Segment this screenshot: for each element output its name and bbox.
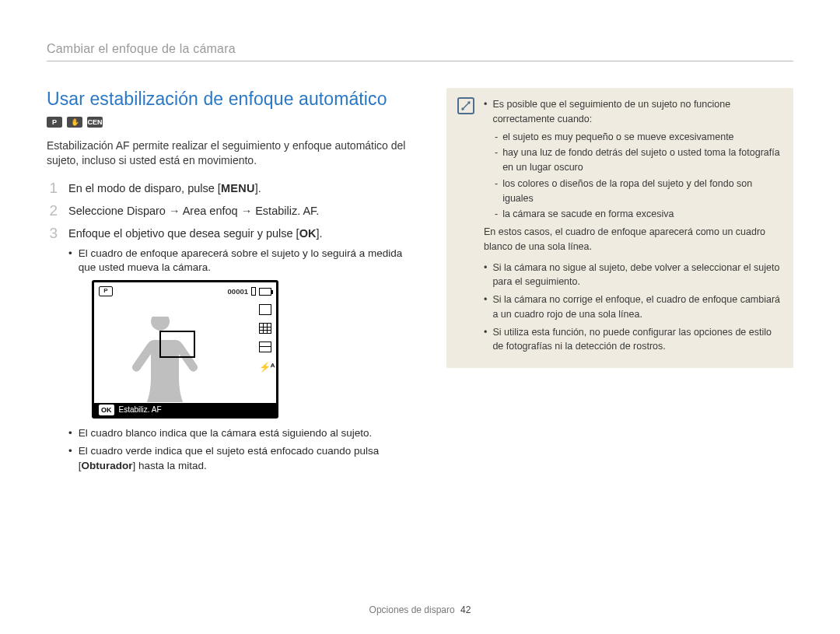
step-3-bullets: El cuadro de enfoque aparecerá sobre el … <box>68 247 418 276</box>
note-dash-item: el sujeto es muy pequeño o se mueve exce… <box>495 130 782 145</box>
note-item: Si utiliza esta función, no puede config… <box>484 325 782 355</box>
step-number: 1 <box>47 180 58 198</box>
step-text-tail: ]. <box>316 227 322 240</box>
subject-silhouette <box>117 317 211 402</box>
menu-key-label: MENU <box>221 182 255 194</box>
step-text: En el modo de disparo, pulse [ <box>68 182 221 194</box>
bottombar-label: Estabiliz. AF <box>119 404 162 416</box>
shutter-key-label: Obturador <box>82 460 133 471</box>
step-body: En el modo de disparo, pulse [MENU]. <box>68 180 418 198</box>
bullet-text: El cuadro de enfoque aparecerá sobre el … <box>79 247 418 276</box>
left-column: Usar estabilización de enfoque automátic… <box>47 88 418 482</box>
footer-section: Opciones de disparo <box>369 604 455 615</box>
step-1: 1 En el modo de disparo, pulse [MENU]. <box>47 180 418 198</box>
metering-icon <box>259 323 271 334</box>
flash-auto-icon: ⚡ᴬ <box>259 360 271 371</box>
note-dash-text: hay una luz de fondo detrás del sujeto o… <box>502 145 782 175</box>
bullet-item: El cuadro blanco indica que la cámara es… <box>68 426 418 441</box>
note-content: Es posible que el seguimiento de un suje… <box>484 97 782 357</box>
step-number: 2 <box>47 202 58 220</box>
step-number: 3 <box>47 225 58 477</box>
step-body: Enfoque el objetivo que desea seguir y p… <box>68 225 418 477</box>
camera-screen-illustration: P 00001 ⚡ᴬ <box>92 280 278 419</box>
ok-badge: OK <box>99 405 114 415</box>
topbar-right-cluster: 00001 <box>228 285 271 297</box>
note-dash-item: hay una luz de fondo detrás del sujeto o… <box>495 145 782 175</box>
note-item: Si la cámara no sigue al sujeto, debe vo… <box>484 261 782 290</box>
battery-icon <box>259 288 271 296</box>
mode-indicator-icon: P <box>99 286 113 296</box>
sd-card-icon <box>251 287 256 296</box>
quality-icon <box>259 304 271 315</box>
section-title: Usar estabilización de enfoque automátic… <box>47 88 418 110</box>
bullet-item: El cuadro verde indica que el sujeto est… <box>68 444 418 474</box>
bullet-text-b: ] hasta la mitad. <box>133 460 207 471</box>
note-text: Si la cámara no corrige el enfoque, el c… <box>492 292 782 322</box>
right-column: Es posible que el seguimiento de un suje… <box>446 88 793 482</box>
note-text: Es posible que el seguimiento de un suje… <box>492 97 782 127</box>
intro-paragraph: Estabilización AF permite realizar el se… <box>47 138 418 169</box>
screen-side-icons: ⚡ᴬ <box>259 304 271 371</box>
display-icon <box>259 342 271 352</box>
footer-page-number: 42 <box>460 604 471 615</box>
shot-counter: 00001 <box>228 285 248 297</box>
note-text: Si la cámara no sigue al sujeto, debe vo… <box>492 261 782 290</box>
note-dash-text: el sujeto es muy pequeño o se mueve exce… <box>502 130 733 145</box>
step-3: 3 Enfoque el objetivo que desea seguir y… <box>47 225 418 477</box>
step-3-bullets-after: El cuadro blanco indica que la cámara es… <box>68 426 418 474</box>
step-text-tail: ]. <box>255 182 261 194</box>
page-footer: Opciones de disparo 42 <box>0 604 840 615</box>
screen-bottombar: OK Estabiliz. AF <box>94 403 276 416</box>
mode-program-icon: P <box>47 117 62 128</box>
note-after-dash: En estos casos, el cuadro de enfoque apa… <box>484 225 782 254</box>
note-text: Si utiliza esta función, no puede config… <box>492 325 782 355</box>
header-rule <box>47 61 793 61</box>
ok-key-label: OK <box>299 227 317 240</box>
note-icon <box>457 97 474 114</box>
step-text: Enfoque el objetivo que desea seguir y p… <box>68 227 299 240</box>
step-2: 2 Seleccione Disparo → Area enfoq → Esta… <box>47 202 418 220</box>
two-column-layout: Usar estabilización de enfoque automátic… <box>47 88 793 482</box>
step-list: 1 En el modo de disparo, pulse [MENU]. 2… <box>47 180 418 477</box>
page: Cambiar el enfoque de la cámara Usar est… <box>0 0 840 634</box>
bullet-item: El cuadro de enfoque aparecerá sobre el … <box>68 247 418 276</box>
screen-topbar: P 00001 <box>99 285 271 297</box>
focus-rectangle <box>159 331 195 358</box>
bullet-text: El cuadro blanco indica que la cámara es… <box>79 426 373 441</box>
note-dash-text: los colores o diseños de la ropa del suj… <box>502 177 782 206</box>
breadcrumb: Cambiar el enfoque de la cámara <box>47 42 793 56</box>
note-box: Es posible que el seguimiento de un suje… <box>446 88 793 368</box>
note-dash-item: los colores o diseños de la ropa del suj… <box>495 177 782 206</box>
silhouette-svg <box>117 317 211 402</box>
step-body: Seleccione Disparo → Area enfoq → Estabi… <box>68 202 418 220</box>
mode-scene-icon: SCENE <box>87 117 103 128</box>
note-dash-item: la cámara se sacude en forma excesiva <box>495 207 782 222</box>
mode-icons-row: P ✋ SCENE <box>47 117 418 128</box>
note-dash-text: la cámara se sacude en forma excesiva <box>502 207 674 222</box>
note-item: Si la cámara no corrige el enfoque, el c… <box>484 292 782 322</box>
note-item: Es posible que el seguimiento de un suje… <box>484 97 782 127</box>
note-dash-list: el sujeto es muy pequeño o se mueve exce… <box>495 130 782 222</box>
mode-dual-is-icon: ✋ <box>67 117 82 128</box>
bullet-text: El cuadro verde indica que el sujeto est… <box>79 444 418 474</box>
